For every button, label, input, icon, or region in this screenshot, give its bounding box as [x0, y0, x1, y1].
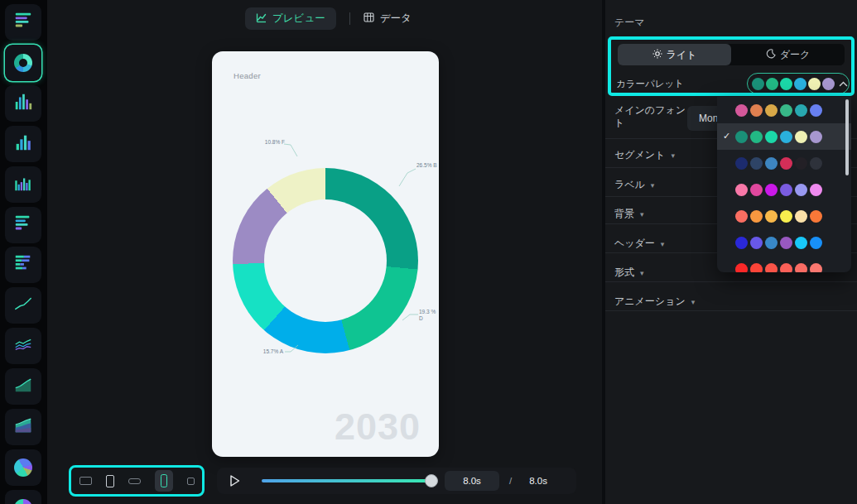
color-swatch	[810, 184, 822, 196]
slider-thumb[interactable]	[425, 474, 438, 487]
tab-preview[interactable]: プレビュー	[245, 7, 336, 30]
line-chart-icon	[13, 294, 33, 317]
color-swatch	[735, 184, 748, 196]
section-format-label: 形式	[614, 266, 634, 280]
color-swatch	[780, 210, 792, 223]
color-swatch	[735, 263, 748, 273]
palette-option-0[interactable]	[717, 97, 851, 123]
color-swatch	[780, 263, 792, 273]
device-phone-button-selected[interactable]	[155, 470, 173, 492]
current-time: 8.0s	[445, 471, 499, 491]
section-segment-label: セグメント	[614, 148, 665, 162]
sidebar-item-column-chart-2[interactable]	[5, 126, 41, 162]
color-swatch	[810, 263, 822, 273]
color-swatch	[810, 237, 822, 249]
pie-chart-icon	[14, 458, 32, 477]
device-landscape-button[interactable]	[79, 477, 92, 485]
stacked-area-chart-icon	[13, 415, 33, 439]
segment-label-f: 10.8% F	[255, 139, 285, 146]
section-header[interactable]: ヘッダー▾	[614, 237, 664, 251]
color-palette-select[interactable]	[747, 73, 850, 94]
dropdown-scrollbar[interactable]	[845, 99, 849, 175]
theme-panel-title: テーマ	[614, 16, 645, 30]
timeline-slider[interactable]	[262, 479, 431, 482]
palette-option-1[interactable]: ✓	[717, 123, 851, 150]
theme-toggle: ライト ダーク	[618, 44, 845, 65]
color-swatch	[735, 104, 748, 117]
section-background[interactable]: 背景▾	[614, 207, 644, 221]
sidebar-item-stacked-bar-chart[interactable]	[5, 247, 41, 283]
donut-hole	[264, 199, 387, 322]
sidebar-item-horizontal-bar-chart[interactable]	[5, 4, 41, 41]
donut-chart-2-icon	[14, 499, 32, 504]
color-swatch	[780, 184, 792, 196]
section-background-label: 背景	[614, 207, 634, 221]
sidebar-item-donut-chart-2[interactable]	[5, 490, 41, 504]
sidebar-item-area-chart[interactable]	[5, 368, 41, 405]
theme-light-button[interactable]: ライト	[618, 44, 731, 65]
section-format[interactable]: 形式▾	[614, 266, 644, 280]
color-swatch	[810, 104, 822, 117]
palette-option-2[interactable]	[717, 150, 851, 176]
checkmark-icon: ✓	[723, 131, 730, 142]
donut-chart-icon	[14, 54, 32, 72]
color-swatch	[765, 184, 778, 196]
color-swatch	[795, 237, 807, 249]
color-swatch	[795, 184, 807, 196]
sidebar-item-stacked-area-chart[interactable]	[5, 409, 41, 445]
sidebar-item-donut-chart[interactable]	[5, 45, 41, 81]
column-chart-2-icon	[13, 132, 33, 156]
section-animation[interactable]: アニメーション▾	[614, 295, 695, 309]
palette-option-6[interactable]	[717, 256, 851, 272]
color-swatch	[810, 210, 822, 223]
segment-label-a: 15.7% A	[250, 348, 283, 355]
color-swatch	[795, 104, 807, 117]
column-chart-icon	[13, 92, 33, 115]
color-swatch	[765, 210, 778, 223]
view-tabs: プレビュー データ	[245, 7, 412, 30]
sidebar-item-line-chart[interactable]	[5, 287, 41, 324]
color-swatch	[795, 263, 807, 273]
device-square-button[interactable]	[187, 478, 195, 485]
section-animation-label: アニメーション	[614, 295, 686, 309]
sidebar-item-column-chart[interactable]	[5, 85, 41, 122]
playback-bar: 8.0s / 8.0s	[217, 468, 576, 494]
caret-down-icon: ▾	[640, 269, 644, 277]
sidebar-item-column-chart-3[interactable]	[5, 166, 41, 203]
multi-line-chart-icon	[13, 334, 33, 358]
theme-light-label: ライト	[667, 48, 697, 62]
device-banner-button[interactable]	[128, 478, 141, 484]
tab-data[interactable]: データ	[364, 12, 412, 26]
banner-icon	[128, 478, 141, 484]
theme-dark-button[interactable]: ダーク	[731, 44, 845, 65]
device-portrait-button[interactable]	[106, 475, 114, 487]
column-chart-3-icon	[13, 173, 33, 196]
app-window: プレビュー データ Header 10.8% F 26.5% B 19.3 % …	[0, 0, 857, 504]
line-chart-icon	[256, 12, 267, 26]
color-swatch	[765, 263, 778, 273]
color-swatch	[822, 78, 835, 90]
table-icon	[364, 12, 374, 25]
palette-option-5[interactable]	[717, 229, 851, 256]
caret-down-icon: ▾	[651, 181, 655, 190]
color-swatch	[735, 210, 748, 223]
section-segment[interactable]: セグメント▾	[614, 148, 675, 162]
horizontal-bar-chart-2-icon	[13, 214, 33, 237]
segment-label-b: 26.5% B	[416, 162, 438, 169]
segment-label-d: 19.3 % D	[419, 309, 439, 321]
color-swatch	[810, 157, 822, 170]
play-button[interactable]	[229, 474, 241, 487]
sidebar-item-multi-line-chart[interactable]	[5, 328, 41, 364]
color-swatch	[765, 237, 778, 249]
chart-header-text: Header	[234, 71, 261, 80]
sidebar-item-horizontal-bar-chart-2[interactable]	[5, 207, 41, 243]
section-label[interactable]: ラベル▾	[614, 178, 654, 192]
color-swatch	[750, 104, 763, 117]
color-swatch	[750, 184, 763, 196]
device-selector-highlight-box	[69, 465, 205, 497]
sidebar-item-pie-chart[interactable]	[5, 449, 41, 486]
color-swatch	[795, 131, 807, 143]
palette-option-4[interactable]	[717, 203, 851, 229]
palette-option-3[interactable]	[717, 176, 851, 203]
moon-icon	[766, 49, 776, 61]
